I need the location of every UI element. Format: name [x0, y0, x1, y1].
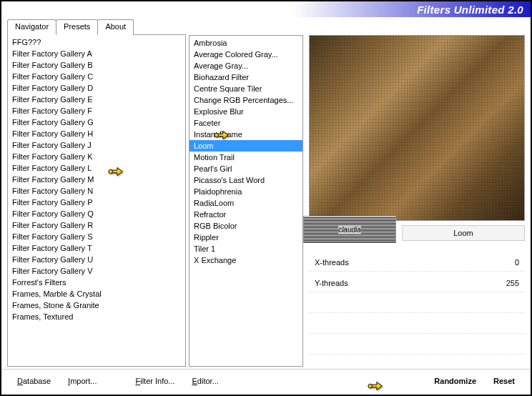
list-item[interactable]: Filter Factory Gallery K	[8, 151, 185, 162]
right-pane: Loom X-threads 0 Y-threads 255	[309, 19, 525, 367]
list-item[interactable]: Average Colored Gray...	[189, 49, 302, 60]
watermark: claudia	[303, 216, 396, 243]
list-item[interactable]: Tiler 1	[189, 243, 302, 254]
list-item[interactable]: Filter Factory Gallery G	[8, 117, 185, 128]
param-row-x[interactable]: X-threads 0	[309, 254, 525, 272]
status-bar: Database: ICNET-Filters Filters: 4595 Ap…	[1, 392, 531, 396]
list-item[interactable]: Faceter	[189, 117, 302, 129]
list-item[interactable]: Filter Factory Gallery P	[8, 197, 185, 208]
reset-button[interactable]: Reset	[485, 374, 523, 388]
middle-pane: AmbrosiaAverage Colored Gray...Average G…	[189, 19, 303, 367]
spacer	[189, 19, 303, 35]
list-item[interactable]: Ambrosia	[189, 37, 302, 49]
list-item[interactable]: Frames, Textured	[8, 311, 185, 322]
content-area: Navigator Presets About FFG???Filter Fac…	[1, 17, 531, 369]
list-item[interactable]: Filter Factory Gallery C	[8, 71, 185, 82]
list-item[interactable]: Filter Factory Gallery B	[8, 59, 185, 71]
list-item[interactable]: Filter Factory Gallery F	[8, 105, 185, 117]
tab-underline	[133, 19, 186, 35]
import-button[interactable]: Import...	[59, 374, 105, 388]
param-row-empty	[309, 337, 525, 355]
editor-button[interactable]: Editor...	[184, 374, 227, 388]
list-item[interactable]: Filter Factory Gallery T	[8, 242, 185, 254]
filter-list[interactable]: AmbrosiaAverage Colored Gray...Average G…	[189, 35, 303, 367]
param-value: 255	[506, 279, 519, 287]
list-item[interactable]: X Exchange	[189, 254, 302, 266]
tab-presets[interactable]: Presets	[56, 19, 98, 35]
list-item[interactable]: Filter Factory Gallery L	[8, 162, 185, 174]
list-item[interactable]: Picasso's Last Word	[189, 174, 302, 186]
list-item[interactable]: Biohazard Filter	[189, 71, 302, 83]
list-item[interactable]: Filter Factory Gallery E	[8, 94, 185, 105]
list-item[interactable]: Instant Frame	[189, 129, 302, 140]
list-item[interactable]: FFG???	[8, 36, 185, 48]
list-item[interactable]: Filter Factory Gallery V	[8, 265, 185, 277]
app-title: Filters Unlimited 2.0	[417, 4, 523, 16]
tabs-row: Navigator Presets About	[7, 19, 186, 35]
list-item[interactable]: Refractor	[189, 209, 302, 220]
list-item[interactable]: Filter Factory Gallery U	[8, 254, 185, 265]
list-item[interactable]: Rippler	[189, 232, 302, 243]
list-item[interactable]: Frames, Marble & Crystal	[8, 288, 185, 300]
param-row-y[interactable]: Y-threads 255	[309, 274, 525, 292]
tab-about[interactable]: About	[97, 19, 134, 35]
list-item[interactable]: Filter Factory Gallery H	[8, 128, 185, 139]
list-item[interactable]: Change RGB Percentages...	[189, 94, 302, 106]
param-row-empty	[309, 316, 525, 334]
list-item[interactable]: Plaidophrenia	[189, 186, 302, 197]
param-row-empty	[309, 295, 525, 313]
list-item[interactable]: Centre Square Tiler	[189, 83, 302, 94]
list-item[interactable]: Filter Factory Gallery J	[8, 139, 185, 151]
list-item[interactable]: Average Gray...	[189, 60, 302, 71]
selected-filter-name: Loom	[402, 225, 525, 241]
list-item[interactable]: Filter Factory Gallery R	[8, 219, 185, 231]
list-item[interactable]: Filter Factory Gallery M	[8, 174, 185, 185]
left-pane: Navigator Presets About FFG???Filter Fac…	[7, 19, 186, 367]
list-item[interactable]: Filter Factory Gallery S	[8, 231, 185, 242]
param-value: 0	[515, 258, 519, 267]
param-label: Y-threads	[315, 279, 348, 287]
watermark-text: claudia	[338, 226, 361, 234]
preview-image	[309, 35, 525, 221]
bottom-buttons: Database Import... Filter Info... Editor…	[1, 369, 531, 392]
list-item[interactable]: Filter Factory Gallery A	[8, 48, 185, 59]
list-item[interactable]: Forrest's Filters	[8, 277, 185, 288]
titlebar: Filters Unlimited 2.0	[1, 1, 531, 17]
tab-navigator[interactable]: Navigator	[7, 19, 56, 35]
list-item[interactable]: RGB Bicolor	[189, 220, 302, 232]
list-item[interactable]: Filter Factory Gallery D	[8, 82, 185, 94]
filter-info-button[interactable]: Filter Info...	[127, 374, 183, 388]
list-item[interactable]: Filter Factory Gallery Q	[8, 208, 185, 219]
list-item[interactable]: Loom	[189, 140, 302, 152]
list-item[interactable]: RadiaLoom	[189, 197, 302, 209]
list-item[interactable]: Motion Trail	[189, 152, 302, 163]
list-item[interactable]: Pearl's Girl	[189, 163, 302, 174]
gallery-list[interactable]: FFG???Filter Factory Gallery AFilter Fac…	[7, 35, 186, 367]
randomize-button[interactable]: Randomize	[425, 374, 485, 388]
params-area: Loom X-threads 0 Y-threads 255	[309, 225, 525, 355]
list-item[interactable]: Frames, Stone & Granite	[8, 300, 185, 311]
list-item[interactable]: Explosive Blur	[189, 106, 302, 117]
list-item[interactable]: Filter Factory Gallery N	[8, 185, 185, 197]
database-button[interactable]: Database	[9, 374, 59, 388]
param-label: X-threads	[315, 258, 349, 267]
